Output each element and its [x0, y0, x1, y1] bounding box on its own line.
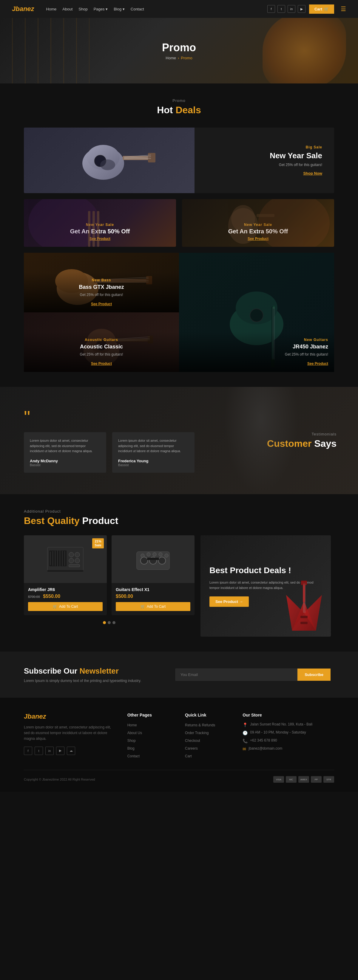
- svg-point-13: [258, 199, 330, 247]
- store-hours: 09 AM - 10 PM, Monday - Saturday: [250, 730, 306, 734]
- nav-pages[interactable]: Pages ▾: [94, 7, 108, 11]
- amplifier-add-to-cart[interactable]: 🛒 Add To Cart: [28, 602, 102, 611]
- bass-cta[interactable]: See Product: [91, 302, 112, 306]
- shop-now-button[interactable]: Shop Now: [303, 171, 322, 175]
- footer-returns[interactable]: Returns & Refunds: [185, 723, 215, 727]
- payment-icons: VISA MC AMEX PP STR: [273, 776, 334, 783]
- footer-extra-icon[interactable]: ☁: [67, 747, 75, 755]
- promo-card-1-bg: [24, 199, 176, 247]
- svg-point-65: [165, 554, 168, 557]
- nav-home[interactable]: Home: [46, 7, 57, 11]
- product-card-effect: Guitars Effect X1 $500.00 🛒 Add To Cart: [112, 535, 195, 615]
- svg-point-60: [158, 557, 166, 564]
- instagram-icon[interactable]: in: [288, 5, 296, 13]
- svg-rect-75: [300, 616, 308, 618]
- dot-1[interactable]: [103, 621, 106, 624]
- acoustic-desc: Get 25% off for this guitars!: [30, 352, 173, 356]
- cart-button[interactable]: Cart 🛒: [309, 5, 334, 14]
- footer-pages-blog[interactable]: Blog: [127, 746, 134, 751]
- hero-section: Promo Home › Promo: [0, 18, 358, 83]
- footer-desc: Lorem ipsum dolor sit amet, consectetur …: [24, 725, 115, 742]
- copyright-text: Copyright © Jbaneztime 2022 All Right Re…: [24, 778, 95, 781]
- phone-icon: 📞: [243, 738, 248, 743]
- bass-tag: New Bass: [30, 278, 173, 282]
- subscribe-button[interactable]: Subscribe: [297, 668, 331, 681]
- nav-contact[interactable]: Contact: [131, 7, 144, 11]
- footer-pages-contact[interactable]: Contact: [127, 754, 140, 758]
- svg-point-35: [250, 309, 263, 322]
- nav-blog[interactable]: Blog ▾: [113, 7, 125, 11]
- svg-point-51: [69, 552, 74, 557]
- newsletter-section: Subscribe Our Newsletter Lorem Ipsum is …: [0, 652, 358, 698]
- facebook-icon[interactable]: f: [267, 5, 275, 13]
- effect-add-to-cart[interactable]: 🛒 Add To Cart: [116, 602, 190, 611]
- svg-rect-66: [147, 558, 159, 560]
- footer-twitter-icon[interactable]: t: [35, 747, 43, 755]
- footer-cart[interactable]: Cart: [185, 754, 192, 758]
- deals-subtitle: Promo: [24, 99, 334, 103]
- svg-point-53: [69, 558, 74, 563]
- big-deal-tag: Big Sale: [306, 145, 322, 150]
- footer-careers[interactable]: Careers: [185, 746, 198, 751]
- best-quality-section: Additional Product Best Quality Product: [0, 494, 358, 652]
- footer-list-item: Home: [127, 722, 173, 727]
- footer-instagram-icon[interactable]: in: [45, 747, 54, 755]
- footer-pages-about[interactable]: About Us: [127, 731, 142, 735]
- amplifier-price-old: $700.00: [28, 595, 40, 598]
- nav-shop[interactable]: Shop: [78, 7, 88, 11]
- bass-desc: Get 25% off for this guitars!: [30, 293, 173, 297]
- svg-point-58: [141, 557, 148, 564]
- testimonial-1-text: Lorem ipsum dolor sit amet, consectetur …: [30, 438, 100, 454]
- big-deal-image: [24, 127, 195, 193]
- newsletter-title: Subscribe Our Newsletter: [24, 667, 163, 676]
- testimonial-card-1: Lorem ipsum dolor sit amet, consectetur …: [24, 432, 106, 473]
- footer-checkout[interactable]: Checkout: [185, 738, 200, 743]
- footer-facebook-icon[interactable]: f: [24, 747, 32, 755]
- brand-logo[interactable]: Jbanez: [12, 5, 34, 13]
- big-deal-content: Big Sale New Year Sale Get 25% off for t…: [195, 127, 334, 193]
- footer-list-item: Checkout: [185, 738, 231, 743]
- stripe-icon: STR: [323, 776, 334, 783]
- jr450-title: JR450 Jbanez: [185, 344, 328, 350]
- effect-info: Guitars Effect X1 $500.00 🛒 Add To Cart: [112, 583, 195, 615]
- big-deal-card: Big Sale New Year Sale Get 25% off for t…: [24, 127, 334, 193]
- footer-pages-shop[interactable]: Shop: [127, 738, 136, 743]
- footer-youtube-icon[interactable]: ▶: [56, 747, 64, 755]
- sale-badge: 21% Sale: [92, 538, 104, 549]
- quote-icon: ": [24, 408, 195, 426]
- amplifier-cta: Add To Cart: [59, 605, 78, 609]
- jr450-cta[interactable]: See Product: [307, 361, 328, 366]
- cart-icon-small: 🛒: [53, 605, 57, 609]
- footer-bottom: Copyright © Jbaneztime 2022 All Right Re…: [24, 770, 334, 783]
- promo-card-1: New Year Sale Get An Extra 50% Off See P…: [24, 199, 176, 247]
- effect-pricing: $500.00: [116, 594, 190, 599]
- email-input[interactable]: [176, 668, 297, 681]
- footer-pages-home[interactable]: Home: [127, 723, 137, 727]
- store-address: Jalan Sunset Road No. 189, Kuta - Bali: [250, 722, 312, 726]
- footer-logo: Jbanez: [24, 713, 115, 721]
- youtube-icon[interactable]: ▶: [298, 5, 305, 13]
- acoustic-cta[interactable]: See Product: [91, 361, 112, 366]
- footer-quicklink-col: Quick Link Returns & Refunds Order Track…: [185, 713, 231, 761]
- big-deal-desc: Get 25% off for this guitars!: [279, 163, 322, 167]
- nav-about[interactable]: About: [62, 7, 72, 11]
- twitter-icon[interactable]: t: [277, 5, 285, 13]
- store-phone-item: 📞 +62 345 678 890: [243, 738, 334, 743]
- svg-rect-11: [93, 211, 95, 247]
- navbar: Jbanez Home About Shop Pages ▾ Blog ▾ Co…: [0, 0, 358, 18]
- dot-2[interactable]: [108, 621, 111, 624]
- breadcrumb-sep: ›: [178, 56, 179, 60]
- products-col: 21% Sale Amplifier JR6 $700.00 $550.00 🛒…: [24, 535, 195, 636]
- feature-left-col: New Bass Bass GTX Jbanez Get 25% off for…: [24, 253, 179, 372]
- hamburger-icon[interactable]: ☰: [341, 5, 346, 13]
- svg-point-15: [231, 205, 255, 232]
- dot-3[interactable]: [112, 621, 115, 624]
- svg-point-62: [147, 553, 150, 556]
- amplifier-svg: [45, 541, 86, 577]
- products-grid: 21% Sale Amplifier JR6 $700.00 $550.00 🛒…: [24, 535, 195, 615]
- svg-point-54: [75, 558, 80, 563]
- footer-list-item: Shop: [127, 738, 173, 743]
- deals-card-cta[interactable]: See Product →: [209, 597, 249, 607]
- footer-order[interactable]: Order Tracking: [185, 731, 209, 735]
- hero-decoration-guitar: [262, 18, 346, 83]
